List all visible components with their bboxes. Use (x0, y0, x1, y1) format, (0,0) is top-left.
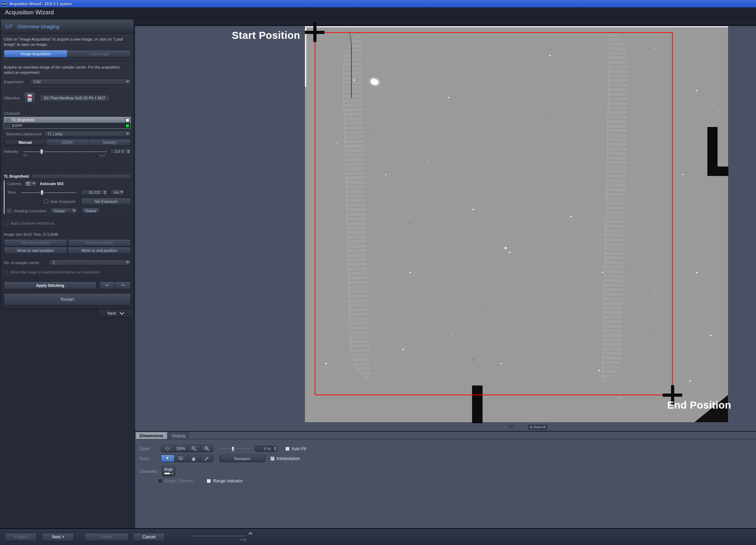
channel-row-egfp[interactable]: EGFP (4, 123, 130, 128)
move-to-end-position-button[interactable]: Move to end position (68, 247, 131, 254)
zoom-100-button[interactable]: 100% (174, 445, 187, 452)
chevron-down-icon (124, 260, 130, 265)
load-image-button[interactable]: Load Image (67, 50, 131, 57)
auto-exposure-checkbox[interactable] (44, 199, 48, 204)
range-indicator-checkbox[interactable] (207, 479, 211, 483)
channel-checkbox[interactable] (6, 118, 10, 122)
experiment-dropdown[interactable]: CAT (30, 79, 131, 85)
annotate-tool-button[interactable] (200, 455, 213, 462)
splitter-collapse-icon[interactable] (507, 425, 515, 429)
software-autofocus-checkbox[interactable] (4, 221, 8, 225)
zoom-region-icon (178, 456, 184, 461)
intensity-label: Intensity (4, 149, 21, 154)
image-acquisition-button[interactable]: Image Acquisition (4, 50, 67, 57)
next-button[interactable]: Next > (42, 533, 74, 541)
camera-select-button[interactable] (24, 181, 37, 187)
position-buttons: Set start position Set end position Move… (4, 239, 131, 254)
define-button[interactable]: Define (81, 208, 100, 214)
zoom-slider[interactable] (220, 446, 251, 452)
zoom-spinbox[interactable]: 9 % (255, 446, 278, 452)
interpolation-option[interactable]: Interpolation (270, 456, 300, 461)
sample-carrier-dropdown[interactable]: 1 (49, 260, 131, 266)
channel-name: EGFP (12, 123, 126, 128)
zoom-region-tool-button[interactable] (174, 455, 187, 462)
back-button[interactable]: < Back (5, 533, 37, 541)
start-position-label: Start Position (232, 30, 300, 41)
intensity-spinbox[interactable]: 2,5 V (110, 149, 131, 154)
time-spinbox[interactable]: 26,231 (81, 190, 107, 195)
next-expander-label: Next (107, 311, 116, 316)
channel-row-tl-brightfield[interactable]: TL Brightfield (4, 117, 130, 123)
window-title: Acquisition Wizard - ZEN 2.1 system (9, 2, 72, 6)
zoom-in-button[interactable] (200, 445, 213, 452)
set-end-position-button[interactable]: Set end position (68, 239, 131, 246)
camera-value: Axiocam 503 (40, 182, 63, 186)
move-stage-checkbox[interactable] (4, 270, 8, 274)
brightfield-channel-chip[interactable]: Brigh (162, 466, 175, 476)
channel-color-swatch[interactable] (126, 124, 129, 128)
zoom-label: Zoom (139, 446, 161, 451)
zoom-fit-button[interactable] (161, 445, 174, 452)
lamp-mode-3200k[interactable]: 3200K (46, 139, 88, 146)
lamp-mode-manual[interactable]: Manual (4, 139, 46, 146)
chevron-up-icon[interactable] (248, 532, 252, 535)
shading-correction-checkbox[interactable] (7, 209, 12, 213)
restart-button[interactable]: Restart (4, 293, 131, 305)
tab-dimensions[interactable]: Dimensions (136, 432, 167, 439)
set-exposure-button[interactable]: Set Exposure (81, 198, 131, 205)
experiment-value: CAT (30, 79, 124, 84)
scan-region-rectangle[interactable] (315, 32, 673, 395)
finish-button[interactable]: Finish (84, 533, 129, 541)
move-to-start-position-button[interactable]: Move to start position (4, 247, 67, 254)
shading-mode-dropdown[interactable]: Global (50, 208, 77, 214)
objective-button[interactable] (24, 92, 35, 104)
lightsource-dropdown[interactable]: TL Lamp (44, 131, 131, 137)
end-position-label: End Position (667, 399, 731, 411)
lamp-mode-standby[interactable]: Standby (88, 139, 130, 146)
pan-tool-button[interactable] (187, 455, 200, 462)
next-expander-tab[interactable]: Next (98, 309, 134, 318)
auto-fit-checkbox[interactable] (285, 447, 290, 451)
app-header: Acquisition Wizard (0, 7, 756, 18)
chevron-down-icon[interactable] (124, 131, 130, 136)
single-channel-option[interactable]: Single Channel (158, 479, 193, 483)
image-viewer-canvas[interactable]: Start Position End Position Show All (135, 18, 756, 431)
divider (1, 89, 134, 89)
pointer-tool-button[interactable] (161, 455, 174, 462)
show-all-toggle[interactable]: Show All (527, 424, 548, 430)
chevron-down-icon (171, 473, 173, 474)
channel-name: TL Brightfield (12, 118, 126, 122)
interpolation-checkbox[interactable] (270, 456, 274, 461)
channel-color-swatch[interactable] (126, 118, 129, 122)
tab-display[interactable]: Display (168, 432, 189, 439)
spinner-arrows-icon[interactable] (102, 190, 107, 195)
single-channel-checkbox[interactable] (158, 479, 162, 483)
zoom-out-button[interactable] (187, 445, 200, 452)
start-position-cross-marker[interactable] (305, 22, 324, 42)
range-indicator-option[interactable]: Range Indicator (207, 479, 243, 483)
channel-list: TL Brightfield EGFP (4, 117, 131, 129)
time-slider-handle[interactable] (41, 190, 43, 195)
set-start-position-button[interactable]: Set start position (4, 239, 67, 246)
step-header: 1/7 Overview Imaging (1, 20, 134, 34)
move-stage-label: Move the stage to load position before x… (10, 270, 100, 274)
intensity-slider[interactable]: 0,0 12,2 (23, 149, 107, 154)
divider (1, 278, 134, 279)
navigator-button[interactable]: Navigator (220, 455, 265, 462)
cancel-button[interactable]: Cancel (133, 533, 165, 541)
chevron-down-icon[interactable] (124, 79, 130, 84)
spinner-arrows-icon[interactable] (126, 149, 131, 154)
camera-icon (26, 182, 31, 186)
auto-fit-option[interactable]: Auto Fit (285, 446, 306, 451)
undo-button[interactable]: ↶ (99, 282, 115, 289)
spinner-arrows-icon[interactable] (273, 446, 278, 452)
zoom-slider-handle[interactable] (231, 446, 234, 452)
apply-stitching-button[interactable]: Apply Stitching (4, 282, 97, 289)
show-all-label: Show All (533, 425, 545, 429)
time-slider[interactable] (21, 190, 77, 195)
acquire-load-buttons: Image Acquisition Load Image (4, 50, 131, 57)
redo-button[interactable]: ↷ (115, 282, 131, 289)
single-channel-label: Single Channel (164, 479, 193, 483)
channel-checkbox[interactable] (6, 124, 10, 128)
time-unit-dropdown[interactable]: ms (110, 189, 124, 195)
